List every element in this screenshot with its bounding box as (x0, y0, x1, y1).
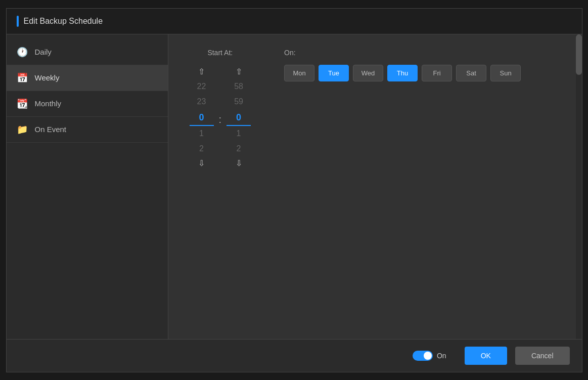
dialog-body: 🕐 Daily 📅 Weekly 📆 Monthly 📁 On Event St (7, 34, 582, 339)
day-wed-button[interactable]: Wed (353, 65, 383, 81)
dialog-footer: On OK Cancel (7, 339, 582, 372)
day-fri-button[interactable]: Fri (422, 65, 452, 81)
clock-icon: 🕐 (17, 47, 28, 58)
scrollbar-thumb[interactable] (576, 34, 582, 75)
minutes-below1: 1 (237, 126, 241, 141)
on-toggle[interactable] (413, 351, 433, 361)
edit-backup-schedule-dialog: Edit Backup Schedule 🕐 Daily 📅 Weekly 📆 … (6, 8, 582, 372)
sidebar: 🕐 Daily 📅 Weekly 📆 Monthly 📁 On Event (7, 34, 168, 339)
main-content: Start At: ⇧ 22 23 0 1 2 ⇩ : (168, 34, 582, 339)
toggle-group: On (413, 351, 446, 361)
minutes-column: ⇧ 58 59 0 1 2 ⇩ (223, 65, 254, 171)
ok-button[interactable]: OK (465, 347, 507, 365)
minutes-above2: 58 (234, 79, 243, 94)
minutes-down-button[interactable]: ⇩ (231, 156, 247, 171)
hours-below2: 2 (199, 141, 204, 156)
sidebar-item-monthly-label: Monthly (35, 99, 62, 108)
days-row: Mon Tue Wed Thu Fri Sat Sun (284, 65, 521, 81)
minutes-above1: 59 (234, 94, 243, 109)
hours-down-button[interactable]: ⇩ (193, 156, 210, 171)
sidebar-item-daily-label: Daily (35, 48, 52, 56)
dialog-header: Edit Backup Schedule (7, 9, 582, 34)
sidebar-item-daily[interactable]: 🕐 Daily (7, 39, 168, 65)
cancel-button[interactable]: Cancel (515, 347, 570, 365)
header-accent (17, 16, 19, 27)
time-colon-separator: : (217, 114, 224, 125)
sidebar-item-weekly[interactable]: 📅 Weekly (7, 65, 168, 91)
day-sat-button[interactable]: Sat (456, 65, 486, 81)
dialog-title: Edit Backup Schedule (24, 17, 103, 26)
calendar-month-icon: 📆 (17, 98, 28, 109)
day-tue-button[interactable]: Tue (319, 65, 349, 81)
sidebar-item-on-event[interactable]: 📁 On Event (7, 117, 168, 143)
day-thu-button[interactable]: Thu (387, 65, 418, 81)
folder-icon: 📁 (17, 124, 28, 135)
time-columns: ⇧ 22 23 0 1 2 ⇩ : ⇧ 58 (187, 65, 254, 171)
content-row: Start At: ⇧ 22 23 0 1 2 ⇩ : (187, 49, 564, 171)
hours-above2: 22 (197, 79, 206, 94)
calendar-week-icon: 📅 (17, 72, 28, 83)
toggle-label: On (437, 352, 446, 360)
hours-below1: 1 (199, 126, 204, 141)
minutes-current[interactable]: 0 (227, 109, 251, 126)
sidebar-item-monthly[interactable]: 📆 Monthly (7, 91, 168, 117)
hours-column: ⇧ 22 23 0 1 2 ⇩ (187, 65, 217, 171)
on-label: On: (284, 49, 521, 57)
scrollbar-track (576, 34, 582, 339)
hours-up-button[interactable]: ⇧ (193, 65, 210, 79)
days-section: On: Mon Tue Wed Thu Fri Sat Sun (284, 49, 521, 81)
sidebar-item-on-event-label: On Event (35, 125, 67, 134)
start-at-label: Start At: (207, 49, 233, 57)
time-picker: Start At: ⇧ 22 23 0 1 2 ⇩ : (187, 49, 254, 171)
hours-current[interactable]: 0 (190, 109, 214, 126)
hours-above1: 23 (197, 94, 206, 109)
toggle-knob (424, 352, 432, 360)
day-sun-button[interactable]: Sun (490, 65, 521, 81)
minutes-below2: 2 (237, 141, 241, 156)
sidebar-item-weekly-label: Weekly (35, 73, 60, 82)
minutes-up-button[interactable]: ⇧ (231, 65, 247, 79)
day-mon-button[interactable]: Mon (284, 65, 314, 81)
